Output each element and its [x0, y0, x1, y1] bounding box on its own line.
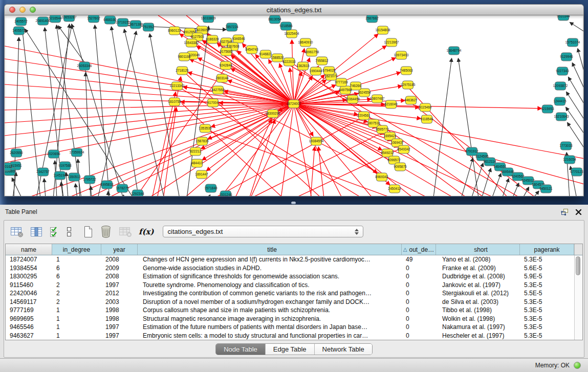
graph-node[interactable]: 484410	[191, 159, 203, 167]
graph-edge[interactable]	[5, 72, 294, 104]
table-row[interactable]: 911546021997Tourette syndrome. Phenomeno…	[6, 281, 574, 290]
new-table-icon[interactable]	[83, 225, 93, 238]
graph-node[interactable]: 2450412	[388, 185, 401, 193]
graph-node[interactable]: 15751074	[565, 38, 580, 47]
graph-edge[interactable]	[567, 92, 583, 120]
float-panel-icon[interactable]	[561, 208, 569, 215]
tab-edge-table[interactable]: Edge Table	[266, 344, 315, 355]
graph-edge[interactable]	[433, 58, 452, 196]
graph-edge[interactable]	[461, 158, 473, 196]
graph-edge[interactable]	[294, 104, 390, 185]
graph-node[interactable]: 12093872	[553, 82, 568, 90]
graph-edge[interactable]	[5, 84, 294, 104]
graph-node[interactable]: 1995818	[100, 181, 114, 189]
table-row[interactable]: 2242004622012Investigating the contribut…	[6, 289, 574, 298]
window-titlebar[interactable]: citations_edges.txt	[4, 4, 584, 15]
graph-node[interactable]: 9129946	[560, 53, 573, 61]
graph-node[interactable]: 2803144	[215, 74, 229, 82]
graph-node[interactable]: 26053346	[77, 62, 92, 70]
column-header-name[interactable]: name	[6, 244, 52, 255]
tab-node-table[interactable]: Node Table	[216, 344, 266, 355]
graph-node[interactable]: 9216544	[49, 15, 62, 23]
graph-node[interactable]: 9510344	[557, 15, 570, 20]
graph-edge[interactable]	[294, 104, 583, 184]
graph-node[interactable]: 2718126	[176, 67, 189, 75]
graph-node[interactable]: 20364456	[345, 95, 360, 103]
table-row[interactable]: 977716911998Corpus callosum shape and si…	[6, 306, 574, 315]
graph-node[interactable]: 16033809	[201, 15, 216, 23]
graph-node[interactable]: 2405572	[14, 17, 28, 26]
graph-node[interactable]: 18300295	[266, 110, 280, 118]
graph-node[interactable]: 2204561	[357, 112, 371, 120]
graph-edge[interactable]	[98, 31, 136, 196]
table-row[interactable]: 1830029562008Estimation of significance …	[6, 272, 574, 281]
graph-node[interactable]: 1362615	[296, 62, 310, 70]
graph-edge[interactable]	[578, 49, 583, 73]
graph-node[interactable]: 1145194	[54, 171, 67, 180]
graph-node[interactable]: 18671388	[128, 20, 143, 29]
column-header-short[interactable]: short	[436, 244, 520, 255]
graph-node[interactable]: 8186328	[206, 35, 219, 43]
graph-edge[interactable]	[44, 179, 46, 196]
graph-node[interactable]: 1244415	[553, 97, 567, 105]
graph-node[interactable]: 822212	[190, 147, 201, 156]
graph-edge[interactable]	[206, 130, 394, 196]
graph-edge[interactable]	[123, 195, 124, 196]
graph-node[interactable]: 9242844	[219, 61, 232, 70]
table-source-dropdown[interactable]: citations_edges.txt	[163, 226, 363, 237]
graph-node[interactable]: 6216049	[384, 100, 398, 108]
graph-node[interactable]: 8454743	[245, 46, 258, 54]
graph-node[interactable]: 16961758	[304, 48, 319, 56]
graph-node[interactable]: 1588520	[271, 54, 284, 62]
graph-node[interactable]: 9146821	[259, 50, 272, 58]
table-vertical-scrollbar[interactable]	[574, 255, 582, 340]
close-window-button[interactable]	[9, 7, 15, 13]
graph-edge[interactable]	[231, 69, 294, 104]
table-row[interactable]: 946554611997Estimation of the future num…	[6, 323, 574, 332]
graph-node[interactable]: 9801166	[178, 53, 191, 61]
graph-node[interactable]: 9346546	[232, 35, 245, 43]
graph-node[interactable]: 12975185	[401, 81, 416, 89]
graph-node[interactable]: 8222033	[282, 58, 296, 66]
graph-node[interactable]: 1527602	[87, 15, 100, 23]
graph-node[interactable]: 12213343	[170, 82, 185, 90]
graph-node[interactable]: 1587835	[195, 137, 209, 145]
close-panel-icon[interactable]	[575, 209, 582, 215]
graph-node[interactable]: 16210643	[554, 113, 569, 121]
graph-node[interactable]: 9118546	[421, 115, 433, 123]
select-all-icon[interactable]	[49, 226, 59, 238]
graph-node[interactable]: 1292344	[131, 190, 144, 196]
scrollbar-thumb[interactable]	[576, 256, 580, 275]
graph-node[interactable]: 8549342	[397, 145, 410, 154]
column-header-in_degree[interactable]: in_degree	[52, 244, 101, 255]
graph-node[interactable]: 12213967	[384, 38, 399, 47]
graph-edge[interactable]	[533, 191, 539, 196]
graph-node[interactable]: 1678275	[116, 184, 129, 192]
graph-node[interactable]: 8960123	[168, 27, 181, 35]
graph-node[interactable]: 10543382	[184, 39, 199, 47]
panel-resize-grip[interactable]	[291, 202, 296, 204]
graph-node[interactable]: 18640910	[298, 38, 313, 47]
graph-edge[interactable]	[25, 104, 294, 196]
row-height-icon[interactable]	[66, 226, 72, 238]
graph-node[interactable]: 3215953	[541, 105, 554, 113]
graph-node[interactable]: 1350513	[68, 173, 81, 181]
graph-node[interactable]: 9175685	[220, 48, 233, 56]
graph-node[interactable]: 1891447	[195, 170, 208, 179]
graph-edge[interactable]	[190, 59, 294, 104]
column-header-year[interactable]: year	[101, 244, 138, 255]
graph-node[interactable]: 2620550	[10, 149, 23, 157]
graph-node[interactable]: 16648794	[447, 47, 462, 55]
graph-node[interactable]: 1810755	[168, 98, 181, 106]
graph-edge[interactable]	[5, 46, 294, 104]
table-row[interactable]: 1872400712008Changes of HCN gene express…	[6, 255, 574, 264]
graph-node[interactable]: 9463627	[404, 96, 418, 104]
graph-edge[interactable]	[108, 191, 108, 196]
tab-network-table[interactable]: Network Table	[315, 344, 372, 355]
graph-edge[interactable]	[152, 92, 176, 196]
graph-node[interactable]: 6770123	[570, 168, 583, 176]
graph-edge[interactable]	[572, 63, 583, 89]
graph-node[interactable]: 7857224	[225, 23, 238, 31]
graph-edge[interactable]	[471, 163, 483, 196]
table-row[interactable]: 1938455462009Genome-wide association stu…	[6, 264, 574, 273]
